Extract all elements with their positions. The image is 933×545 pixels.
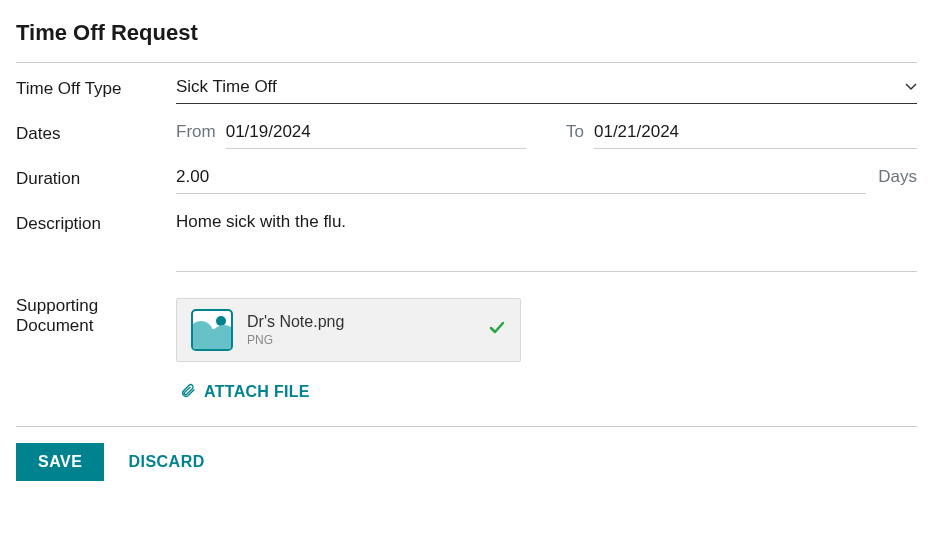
attachment-meta: Dr's Note.png PNG [247, 313, 474, 347]
description-input[interactable]: Home sick with the flu. [176, 212, 917, 272]
attach-file-button[interactable]: ATTACH FILE [176, 382, 310, 402]
attachment-card[interactable]: Dr's Note.png PNG [176, 298, 521, 362]
label-time-off-type: Time Off Type [16, 77, 176, 99]
label-description: Description [16, 212, 176, 234]
label-to: To [566, 122, 584, 142]
check-icon [488, 319, 506, 341]
attachment-name: Dr's Note.png [247, 313, 474, 331]
duration-unit: Days [878, 167, 917, 187]
row-supporting-document: Supporting Document Dr's Note.png PNG AT… [16, 294, 917, 402]
row-description: Description Home sick with the flu. [16, 212, 917, 276]
label-duration: Duration [16, 167, 176, 189]
header-divider [16, 62, 917, 63]
attach-file-label: ATTACH FILE [204, 383, 310, 401]
label-from: From [176, 122, 216, 142]
date-from-input[interactable] [226, 122, 526, 149]
footer-divider [16, 426, 917, 427]
date-to-group: To [566, 122, 917, 149]
label-supporting-document: Supporting Document [16, 294, 176, 336]
duration-input[interactable] [176, 167, 866, 194]
date-to-input[interactable] [594, 122, 917, 149]
label-dates: Dates [16, 122, 176, 144]
action-row: SAVE DISCARD [16, 443, 917, 481]
page-title: Time Off Request [16, 20, 917, 46]
row-duration: Duration Days [16, 167, 917, 194]
save-button[interactable]: SAVE [16, 443, 104, 481]
row-dates: Dates From To [16, 122, 917, 149]
image-file-icon [191, 309, 233, 351]
date-from-group: From [176, 122, 526, 149]
attachment-type: PNG [247, 333, 474, 347]
discard-button[interactable]: DISCARD [128, 453, 204, 471]
row-time-off-type: Time Off Type Sick Time Off [16, 77, 917, 104]
time-off-type-select[interactable]: Sick Time Off [176, 77, 917, 104]
time-off-type-value: Sick Time Off [176, 77, 277, 97]
paperclip-icon [180, 382, 196, 402]
chevron-down-icon [905, 83, 917, 91]
